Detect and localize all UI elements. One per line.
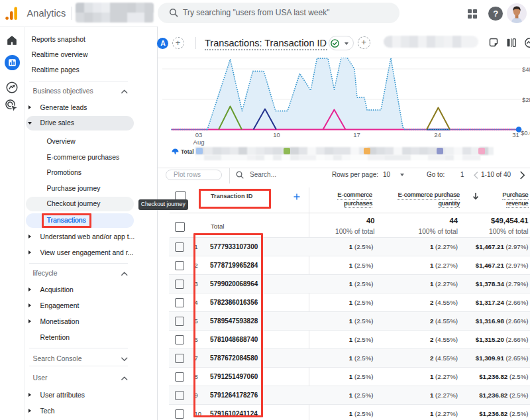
svg-text:31: 31 [512,131,519,138]
svg-text:03: 03 [195,131,203,138]
svg-text:Aug: Aug [193,138,205,146]
svg-text:$2K: $2K [522,96,530,103]
svg-text:17: 17 [353,131,360,138]
svg-text:$0.00: $0.00 [521,129,530,136]
svg-text:$4K: $4K [522,66,530,73]
svg-text:10: 10 [273,131,280,138]
svg-text:24: 24 [434,131,441,138]
